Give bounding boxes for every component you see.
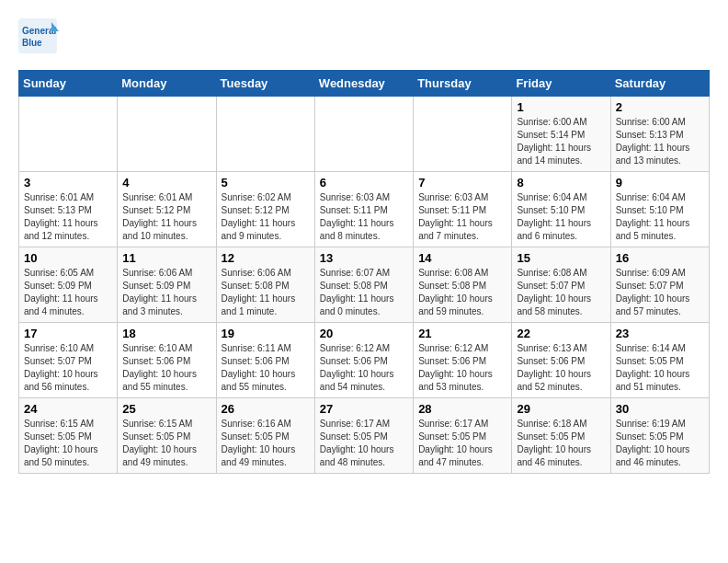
day-number: 13 [320,251,408,265]
calendar-cell [414,97,512,172]
day-info: Sunrise: 6:08 AM Sunset: 5:07 PM Dayligh… [517,267,605,318]
day-number: 1 [517,100,605,114]
weekday-header: Tuesday [216,71,314,97]
day-info: Sunrise: 6:10 AM Sunset: 5:07 PM Dayligh… [24,342,112,394]
calendar-cell: 12Sunrise: 6:06 AM Sunset: 5:08 PM Dayli… [216,247,314,323]
day-number: 23 [616,327,704,340]
calendar-cell: 24Sunrise: 6:15 AM Sunset: 5:05 PM Dayli… [19,398,118,474]
day-number: 15 [517,251,605,265]
day-number: 3 [24,176,112,190]
day-number: 17 [24,327,112,340]
day-info: Sunrise: 6:08 AM Sunset: 5:08 PM Dayligh… [418,267,506,318]
day-info: Sunrise: 6:12 AM Sunset: 5:06 PM Dayligh… [320,342,408,394]
day-number: 11 [122,251,210,265]
calendar-cell: 9Sunrise: 6:04 AM Sunset: 5:10 PM Daylig… [610,172,709,247]
day-info: Sunrise: 6:04 AM Sunset: 5:10 PM Dayligh… [517,191,605,243]
day-info: Sunrise: 6:17 AM Sunset: 5:05 PM Dayligh… [320,418,408,469]
weekday-header: Wednesday [314,71,413,97]
calendar-table: SundayMondayTuesdayWednesdayThursdayFrid… [18,70,710,474]
calendar-cell: 25Sunrise: 6:15 AM Sunset: 5:05 PM Dayli… [118,398,216,474]
calendar-cell [216,97,314,172]
calendar-cell: 5Sunrise: 6:02 AM Sunset: 5:12 PM Daylig… [216,172,314,247]
day-info: Sunrise: 6:00 AM Sunset: 5:13 PM Dayligh… [616,116,704,167]
day-number: 24 [24,402,112,416]
day-number: 20 [320,327,408,340]
calendar-cell: 1Sunrise: 6:00 AM Sunset: 5:14 PM Daylig… [512,97,610,172]
weekday-header: Thursday [414,71,512,97]
day-number: 10 [24,251,112,265]
calendar-cell: 17Sunrise: 6:10 AM Sunset: 5:07 PM Dayli… [19,323,118,398]
header: General Blue [18,18,710,55]
day-info: Sunrise: 6:09 AM Sunset: 5:07 PM Dayligh… [616,267,704,318]
day-number: 26 [222,402,310,416]
day-number: 2 [616,100,704,114]
logo-icon: General Blue [18,18,59,55]
calendar-cell: 2Sunrise: 6:00 AM Sunset: 5:13 PM Daylig… [610,97,709,172]
day-number: 7 [418,176,506,190]
day-number: 18 [122,327,210,340]
calendar-cell: 8Sunrise: 6:04 AM Sunset: 5:10 PM Daylig… [512,172,610,247]
calendar-cell [314,97,413,172]
calendar-cell: 15Sunrise: 6:08 AM Sunset: 5:07 PM Dayli… [512,247,610,323]
calendar-cell: 23Sunrise: 6:14 AM Sunset: 5:05 PM Dayli… [610,323,709,398]
svg-text:General: General [22,26,56,36]
calendar-cell: 18Sunrise: 6:10 AM Sunset: 5:06 PM Dayli… [118,323,216,398]
day-number: 4 [122,176,210,190]
calendar-cell: 30Sunrise: 6:19 AM Sunset: 5:05 PM Dayli… [610,398,709,474]
calendar-cell: 26Sunrise: 6:16 AM Sunset: 5:05 PM Dayli… [216,398,314,474]
day-number: 6 [320,176,408,190]
calendar-cell [118,97,216,172]
day-number: 19 [222,327,310,340]
day-info: Sunrise: 6:13 AM Sunset: 5:06 PM Dayligh… [517,342,605,394]
calendar-cell: 21Sunrise: 6:12 AM Sunset: 5:06 PM Dayli… [414,323,512,398]
day-info: Sunrise: 6:00 AM Sunset: 5:14 PM Dayligh… [517,116,605,167]
day-info: Sunrise: 6:16 AM Sunset: 5:05 PM Dayligh… [222,418,310,469]
calendar-cell: 16Sunrise: 6:09 AM Sunset: 5:07 PM Dayli… [610,247,709,323]
day-info: Sunrise: 6:12 AM Sunset: 5:06 PM Dayligh… [418,342,506,394]
day-number: 25 [122,402,210,416]
day-info: Sunrise: 6:10 AM Sunset: 5:06 PM Dayligh… [122,342,210,394]
weekday-header: Sunday [19,71,118,97]
day-info: Sunrise: 6:05 AM Sunset: 5:09 PM Dayligh… [24,267,112,318]
day-info: Sunrise: 6:18 AM Sunset: 5:05 PM Dayligh… [517,418,605,469]
weekday-header: Monday [118,71,216,97]
day-info: Sunrise: 6:02 AM Sunset: 5:12 PM Dayligh… [222,191,310,243]
day-number: 5 [222,176,310,190]
day-info: Sunrise: 6:03 AM Sunset: 5:11 PM Dayligh… [418,191,506,243]
day-number: 29 [517,402,605,416]
day-info: Sunrise: 6:04 AM Sunset: 5:10 PM Dayligh… [616,191,704,243]
day-info: Sunrise: 6:06 AM Sunset: 5:09 PM Dayligh… [122,267,210,318]
calendar-cell: 6Sunrise: 6:03 AM Sunset: 5:11 PM Daylig… [314,172,413,247]
calendar-cell [19,97,118,172]
day-info: Sunrise: 6:06 AM Sunset: 5:08 PM Dayligh… [222,267,310,318]
day-info: Sunrise: 6:19 AM Sunset: 5:05 PM Dayligh… [616,418,704,469]
calendar-cell: 22Sunrise: 6:13 AM Sunset: 5:06 PM Dayli… [512,323,610,398]
calendar-cell: 7Sunrise: 6:03 AM Sunset: 5:11 PM Daylig… [414,172,512,247]
day-number: 16 [616,251,704,265]
day-info: Sunrise: 6:15 AM Sunset: 5:05 PM Dayligh… [24,418,112,469]
calendar-cell: 4Sunrise: 6:01 AM Sunset: 5:12 PM Daylig… [118,172,216,247]
day-info: Sunrise: 6:15 AM Sunset: 5:05 PM Dayligh… [122,418,210,469]
calendar-cell: 29Sunrise: 6:18 AM Sunset: 5:05 PM Dayli… [512,398,610,474]
day-number: 30 [616,402,704,416]
calendar-cell: 14Sunrise: 6:08 AM Sunset: 5:08 PM Dayli… [414,247,512,323]
day-info: Sunrise: 6:07 AM Sunset: 5:08 PM Dayligh… [320,267,408,318]
day-info: Sunrise: 6:17 AM Sunset: 5:05 PM Dayligh… [418,418,506,469]
day-info: Sunrise: 6:03 AM Sunset: 5:11 PM Dayligh… [320,191,408,243]
calendar-cell: 20Sunrise: 6:12 AM Sunset: 5:06 PM Dayli… [314,323,413,398]
day-number: 8 [517,176,605,190]
svg-text:Blue: Blue [22,38,42,48]
calendar-cell: 3Sunrise: 6:01 AM Sunset: 5:13 PM Daylig… [19,172,118,247]
day-number: 9 [616,176,704,190]
calendar-cell: 10Sunrise: 6:05 AM Sunset: 5:09 PM Dayli… [19,247,118,323]
calendar-cell: 11Sunrise: 6:06 AM Sunset: 5:09 PM Dayli… [118,247,216,323]
calendar-cell: 27Sunrise: 6:17 AM Sunset: 5:05 PM Dayli… [314,398,413,474]
logo: General Blue [18,18,63,55]
day-number: 12 [222,251,310,265]
day-info: Sunrise: 6:14 AM Sunset: 5:05 PM Dayligh… [616,342,704,394]
day-number: 27 [320,402,408,416]
day-number: 22 [517,327,605,340]
calendar-cell: 13Sunrise: 6:07 AM Sunset: 5:08 PM Dayli… [314,247,413,323]
day-info: Sunrise: 6:01 AM Sunset: 5:12 PM Dayligh… [122,191,210,243]
day-info: Sunrise: 6:01 AM Sunset: 5:13 PM Dayligh… [24,191,112,243]
